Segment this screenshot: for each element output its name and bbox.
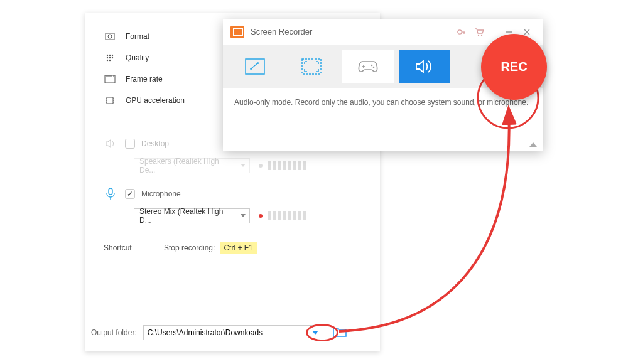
chevron-down-icon bbox=[241, 214, 246, 217]
shortcut-sublabel: Stop recording: bbox=[164, 244, 215, 252]
desktop-level-meter bbox=[259, 161, 308, 170]
expand-up-icon[interactable] bbox=[529, 142, 537, 147]
microphone-level-meter bbox=[259, 211, 308, 220]
svg-point-25 bbox=[458, 29, 462, 33]
quality-icon bbox=[104, 53, 116, 63]
svg-rect-33 bbox=[246, 59, 264, 74]
key-icon[interactable] bbox=[453, 27, 470, 37]
svg-point-38 bbox=[373, 67, 375, 68]
mode-audio-button[interactable] bbox=[399, 50, 450, 83]
output-label: Output folder: bbox=[91, 328, 137, 337]
setting-label: GPU acceleration bbox=[126, 96, 185, 105]
mode-game-button[interactable] bbox=[342, 50, 394, 83]
microphone-device-dropdown[interactable]: Stereo Mix (Realtek High D... bbox=[134, 208, 250, 223]
gear-icon bbox=[104, 31, 116, 41]
chevron-down-icon bbox=[241, 164, 246, 167]
microphone-icon bbox=[104, 187, 117, 201]
setting-label: Quality bbox=[126, 53, 149, 62]
svg-point-28 bbox=[478, 34, 479, 35]
microphone-audio-row: Microphone bbox=[104, 187, 361, 201]
output-folder-input[interactable] bbox=[143, 325, 306, 340]
setting-label: Frame rate bbox=[126, 75, 163, 83]
svg-point-2 bbox=[107, 55, 108, 56]
svg-point-6 bbox=[109, 57, 111, 58]
svg-point-9 bbox=[109, 60, 111, 61]
mode-fullscreen-button[interactable] bbox=[286, 50, 337, 83]
setting-label: Format bbox=[126, 32, 149, 41]
svg-point-29 bbox=[481, 34, 482, 35]
shortcut-key: Ctrl + F1 bbox=[220, 242, 256, 254]
microphone-device-row: Stereo Mix (Realtek High D... bbox=[134, 208, 361, 223]
recorder-logo-icon bbox=[230, 26, 244, 38]
rec-label: REC bbox=[501, 60, 527, 74]
desktop-checkbox[interactable] bbox=[125, 139, 135, 149]
microphone-label: Microphone bbox=[141, 190, 181, 198]
microphone-checkbox[interactable] bbox=[125, 189, 135, 199]
annotation-ellipse bbox=[306, 324, 338, 341]
framerate-icon bbox=[104, 74, 116, 84]
svg-point-37 bbox=[371, 65, 373, 67]
desktop-device-row: Speakers (Realtek High De... bbox=[134, 158, 361, 173]
svg-point-8 bbox=[107, 60, 108, 61]
svg-point-3 bbox=[109, 55, 111, 56]
mode-region-button[interactable] bbox=[229, 50, 281, 83]
gpu-icon bbox=[104, 95, 116, 105]
recorder-title: Screen Recorder bbox=[251, 27, 453, 36]
svg-point-4 bbox=[112, 55, 113, 56]
svg-rect-23 bbox=[109, 188, 112, 195]
speaker-icon bbox=[104, 137, 117, 151]
desktop-device-dropdown[interactable]: Speakers (Realtek High De... bbox=[134, 158, 250, 173]
audio-section: Desktop Speakers (Realtek High De... Mic… bbox=[104, 137, 361, 254]
dropdown-value: Stereo Mix (Realtek High D... bbox=[139, 207, 237, 225]
svg-point-7 bbox=[112, 57, 113, 58]
recorder-window: Screen Recorder REC Audio-only mode. Rec… bbox=[223, 19, 543, 151]
desktop-label: Desktop bbox=[141, 139, 169, 148]
cart-icon[interactable] bbox=[470, 27, 488, 37]
svg-point-5 bbox=[107, 57, 108, 58]
svg-rect-16 bbox=[107, 97, 113, 104]
rec-button[interactable]: REC bbox=[481, 34, 547, 100]
shortcut-row: Shortcut Stop recording: Ctrl + F1 bbox=[104, 242, 361, 254]
shortcut-label: Shortcut bbox=[104, 244, 164, 252]
dropdown-value: Speakers (Realtek High De... bbox=[139, 157, 237, 174]
svg-point-1 bbox=[108, 35, 112, 38]
recorder-mode-bar: REC bbox=[223, 45, 543, 88]
